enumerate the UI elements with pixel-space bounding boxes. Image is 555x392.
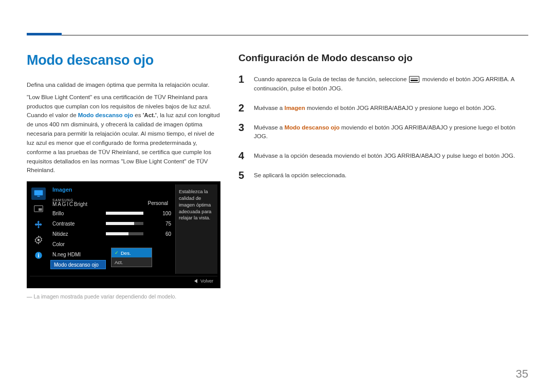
description-paragraph: "Low Blue Light Content" es una certific… [27,93,222,175]
slider-track [106,222,143,225]
pip-icon [31,203,46,215]
svg-text:i: i [38,252,40,258]
image-caption: La imagen mostrada puede variar dependie… [27,293,222,300]
osd-back-label: Volver [200,278,213,284]
info-icon: i [31,249,46,262]
desc-text-b: es [133,112,143,118]
check-icon: ✓ [115,250,119,255]
osd-help-panel: Establezca la calidad de imagen óptima a… [175,184,217,274]
step-number: 5 [238,170,247,180]
step-item: 5Se aplicará la opción seleccionada. [238,170,528,180]
slider-fill [106,212,143,215]
step-text: Se aplicará la opción seleccionada. [254,170,346,180]
move-icon [31,218,46,231]
slider-fill [106,232,128,235]
gear-icon [31,234,46,246]
step-text: Muévase a Modo descanso ojo moviendo el … [254,122,528,142]
step-text: Muévase a Imagen moviendo el botón JOG A… [254,103,496,113]
osd-row-value: 75 [149,221,171,227]
page-number: 35 [516,367,528,381]
step-highlight: Imagen [284,105,305,111]
osd-row-label: Nitidez [52,231,106,237]
osd-slider-row: Brillo100 [51,208,172,218]
left-column: Modo descanso ojo Defina una calidad de … [27,52,222,300]
step-item: 1Cuando aparezca la Guía de teclas de fu… [238,74,528,94]
slider-fill [106,222,134,225]
osd-screenshot: i Imagen SAMSUNGMAGICBright Personal Bri… [27,181,220,288]
desc-feature: Modo descanso ojo [78,112,133,118]
steps-list: 1Cuando aparezca la Guía de teclas de fu… [238,74,528,180]
osd-row-value: 100 [149,211,171,216]
step-item: 2Muévase a Imagen moviendo el botón JOG … [238,103,528,113]
step-number: 4 [238,151,247,161]
svg-rect-1 [38,196,40,197]
osd-sidebar: i [30,184,47,274]
osd-selected-label: Modo descanso ojo [50,260,106,269]
desc-text-c: , la luz azul con longitud de unos 400 n… [27,112,220,173]
osd-popup-option-label: Act. [115,259,123,265]
osd-row-label: Contraste [52,221,106,227]
osd-row-magic: SAMSUNGMAGICBright Personal [51,198,172,208]
osd-row-label: N.neg HDMI [52,252,106,257]
osd-title: Imagen [52,186,172,193]
osd-row-label: Color [52,241,106,247]
desc-value: 'Act.' [143,112,157,118]
step-text: Cuando aparezca la Guía de teclas de fun… [254,74,528,94]
osd-popup-option: Act. [112,257,152,267]
svg-rect-3 [39,208,42,211]
step-text: Muévase a la opción deseada moviendo el … [254,151,515,161]
header-rule [27,35,528,35]
svg-rect-0 [34,190,43,195]
osd-popup-option: ✓Des. [112,248,152,257]
slider-track [106,212,143,215]
osd-popup-option-label: Des. [121,250,131,256]
page-title: Modo descanso ojo [27,52,222,68]
back-arrow-icon [194,279,197,283]
magic-bright-value: Personal [106,200,171,206]
osd-row-value: 60 [149,231,171,237]
step-item: 3Muévase a Modo descanso ojo moviendo el… [238,122,528,142]
step-number: 2 [238,103,247,113]
slider-track [106,232,143,235]
monitor-icon [31,188,46,200]
step-highlight: Modo descanso ojo [284,124,339,130]
intro-paragraph: Defina una calidad de imagen óptima que … [27,81,222,90]
osd-row-label: Brillo [52,211,106,216]
osd-slider-row: Nitidez60 [51,229,172,239]
osd-popup: ✓Des.Act. [111,248,152,267]
step-number: 1 [238,74,247,94]
osd-main: Imagen SAMSUNGMAGICBright Personal Brill… [50,184,172,274]
magic-bright-label: SAMSUNGMAGICBright [52,199,106,207]
page-columns: Modo descanso ojo Defina una calidad de … [27,52,528,300]
step-item: 4Muévase a la opción deseada moviendo el… [238,151,528,161]
menu-icon [409,76,419,83]
step-number: 3 [238,122,247,142]
right-column: Configuración de Modo descanso ojo 1Cuan… [238,52,528,300]
section-heading: Configuración de Modo descanso ojo [238,52,528,64]
svg-point-4 [38,239,40,241]
osd-slider-row: Contraste75 [51,218,172,229]
osd-footer: Volver [30,276,217,285]
